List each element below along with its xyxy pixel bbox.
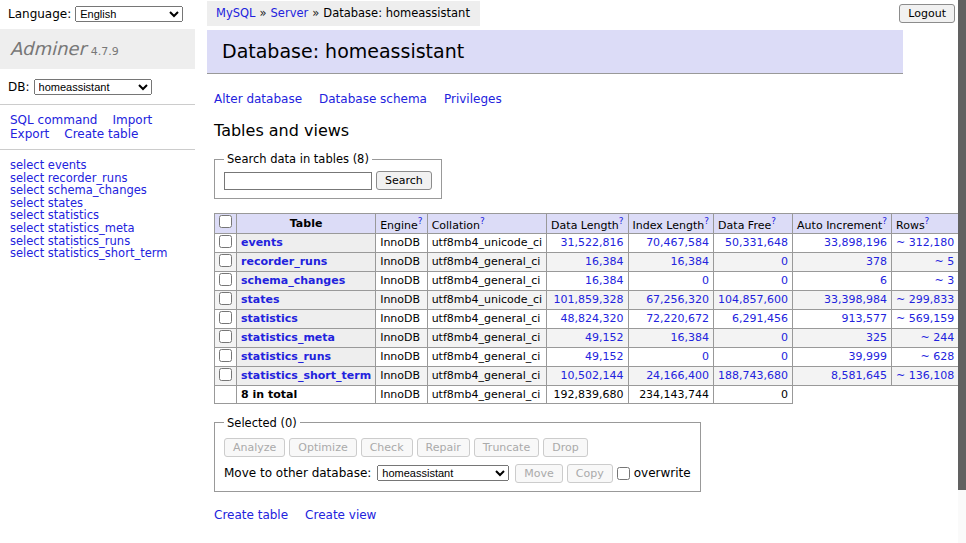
overwrite-checkbox[interactable] bbox=[617, 467, 630, 480]
table-link-statistics-short-term[interactable]: statistics_short_term bbox=[241, 369, 371, 382]
move-database-select[interactable]: homeassistant bbox=[377, 465, 509, 481]
search-button[interactable]: Search bbox=[376, 171, 432, 190]
data-free-link[interactable]: 50,331,648 bbox=[725, 236, 788, 249]
index-length-link[interactable]: 16,384 bbox=[671, 255, 710, 268]
db-link-alter-database[interactable]: Alter database bbox=[214, 92, 302, 106]
auto-increment-link[interactable]: 325 bbox=[866, 331, 887, 344]
optimize-button[interactable]: Optimize bbox=[289, 438, 356, 457]
row-checkbox[interactable] bbox=[219, 273, 232, 286]
sidebar-table-link-select-statistics-short-term[interactable]: select statistics_short_term bbox=[10, 247, 195, 260]
data-free-link[interactable]: 0 bbox=[781, 350, 788, 363]
rows-count-link[interactable]: ~ 299,833 bbox=[896, 293, 954, 306]
truncate-button[interactable]: Truncate bbox=[474, 438, 539, 457]
row-checkbox[interactable] bbox=[219, 368, 232, 381]
help-link[interactable]: ? bbox=[619, 216, 624, 226]
index-length-link[interactable]: 24,166,400 bbox=[646, 369, 709, 382]
rows-count-link[interactable]: ~ 244 bbox=[920, 331, 954, 344]
index-length-link[interactable]: 16,384 bbox=[671, 331, 710, 344]
breadcrumb-mysql-link[interactable]: MySQL bbox=[216, 6, 256, 20]
index-length-link[interactable]: 67,256,320 bbox=[646, 293, 709, 306]
search-input[interactable] bbox=[224, 172, 372, 190]
help-link[interactable]: ? bbox=[771, 216, 776, 226]
data-length-link[interactable]: 49,152 bbox=[585, 350, 624, 363]
rows-count-link[interactable]: ~ 312,180 bbox=[896, 236, 954, 249]
sidebar-table-link-select-schema-changes[interactable]: select schema_changes bbox=[10, 184, 195, 197]
collation-cell: utf8mb4_general_ci bbox=[427, 366, 546, 385]
rows-count-link[interactable]: ~ 5 bbox=[934, 255, 954, 268]
create-link-create-table[interactable]: Create table bbox=[214, 508, 288, 522]
auto-increment-link[interactable]: 6 bbox=[880, 274, 887, 287]
data-free-link[interactable]: 6,291,456 bbox=[732, 312, 788, 325]
help-link[interactable]: ? bbox=[882, 216, 887, 226]
data-free-link[interactable]: 104,857,600 bbox=[718, 293, 788, 306]
auto-increment-link[interactable]: 33,898,196 bbox=[824, 236, 887, 249]
auto-increment-link[interactable]: 378 bbox=[866, 255, 887, 268]
table-link-recorder-runs[interactable]: recorder_runs bbox=[241, 255, 327, 268]
help-superscript: ? bbox=[925, 215, 930, 226]
db-link-database-schema[interactable]: Database schema bbox=[319, 92, 427, 106]
sidebar-table-link-select-statistics-meta[interactable]: select statistics_meta bbox=[10, 222, 195, 235]
sidebar-action-create-table[interactable]: Create table bbox=[64, 127, 138, 141]
data-free-link[interactable]: 0 bbox=[781, 274, 788, 287]
repair-button[interactable]: Repair bbox=[417, 438, 470, 457]
table-link-statistics-meta[interactable]: statistics_meta bbox=[241, 331, 335, 344]
data-length-link[interactable]: 31,522,816 bbox=[561, 236, 624, 249]
db-select[interactable]: homeassistant bbox=[34, 79, 152, 95]
rows-count-link[interactable]: ~ 628 bbox=[920, 350, 954, 363]
data-length-link[interactable]: 49,152 bbox=[585, 331, 624, 344]
data-length-link[interactable]: 101,859,328 bbox=[554, 293, 624, 306]
help-link[interactable]: ? bbox=[480, 216, 485, 226]
copy-button[interactable]: Copy bbox=[567, 464, 613, 483]
row-checkbox[interactable] bbox=[219, 254, 232, 267]
table-link-schema-changes[interactable]: schema_changes bbox=[241, 274, 345, 287]
drop-button[interactable]: Drop bbox=[543, 438, 587, 457]
index-length-link[interactable]: 72,220,672 bbox=[646, 312, 709, 325]
table-link-statistics[interactable]: statistics bbox=[241, 312, 298, 325]
data-free-link[interactable]: 0 bbox=[781, 255, 788, 268]
index-length-link[interactable]: 0 bbox=[702, 350, 709, 363]
vertical-scrollbar[interactable] bbox=[958, 0, 966, 543]
row-checkbox[interactable] bbox=[219, 292, 232, 305]
data-free-cell: 104,857,600 bbox=[714, 290, 793, 309]
sidebar-action-sql-command[interactable]: SQL command bbox=[10, 113, 97, 127]
move-button[interactable]: Move bbox=[515, 464, 563, 483]
check-button[interactable]: Check bbox=[361, 438, 413, 457]
rows-count-link[interactable]: ~ 569,159 bbox=[896, 312, 954, 325]
row-checkbox[interactable] bbox=[219, 235, 232, 248]
data-length-link[interactable]: 16,384 bbox=[585, 255, 624, 268]
language-select[interactable]: English bbox=[75, 6, 183, 22]
rows-count-link[interactable]: ~ 3 bbox=[934, 274, 954, 287]
column-header-engine: Engine? bbox=[376, 214, 427, 234]
create-link-create-view[interactable]: Create view bbox=[305, 508, 376, 522]
row-checkbox[interactable] bbox=[219, 311, 232, 324]
auto-increment-link[interactable]: 39,999 bbox=[849, 350, 888, 363]
auto-increment-link[interactable]: 8,581,645 bbox=[831, 369, 887, 382]
data-free-link[interactable]: 0 bbox=[781, 331, 788, 344]
table-link-states[interactable]: states bbox=[241, 293, 280, 306]
table-link-statistics-runs[interactable]: statistics_runs bbox=[241, 350, 331, 363]
sidebar-table-link-select-events[interactable]: select events bbox=[10, 159, 195, 172]
rows-count-link[interactable]: ~ 136,108 bbox=[896, 369, 954, 382]
analyze-button[interactable]: Analyze bbox=[224, 438, 285, 457]
row-checkbox[interactable] bbox=[219, 330, 232, 343]
row-checkbox[interactable] bbox=[219, 349, 232, 362]
sidebar-action-import[interactable]: Import bbox=[112, 113, 152, 127]
table-link-events[interactable]: events bbox=[241, 236, 283, 249]
auto-increment-link[interactable]: 33,398,984 bbox=[824, 293, 887, 306]
data-length-link[interactable]: 10,502,144 bbox=[561, 369, 624, 382]
db-link-privileges[interactable]: Privileges bbox=[444, 92, 502, 106]
scrollbar-thumb[interactable] bbox=[958, 0, 966, 490]
index-length-link[interactable]: 0 bbox=[702, 274, 709, 287]
help-link[interactable]: ? bbox=[418, 216, 423, 226]
select-all-checkbox[interactable] bbox=[219, 215, 232, 228]
auto-increment-link[interactable]: 913,577 bbox=[842, 312, 888, 325]
help-link[interactable]: ? bbox=[925, 216, 930, 226]
breadcrumb-server-link[interactable]: Server bbox=[271, 6, 309, 20]
language-row: Language:English bbox=[0, 0, 195, 29]
data-length-link[interactable]: 48,824,320 bbox=[561, 312, 624, 325]
help-link[interactable]: ? bbox=[704, 216, 709, 226]
data-length-link[interactable]: 16,384 bbox=[585, 274, 624, 287]
sidebar-action-export[interactable]: Export bbox=[10, 127, 49, 141]
index-length-link[interactable]: 70,467,584 bbox=[646, 236, 709, 249]
data-free-link[interactable]: 188,743,680 bbox=[718, 369, 788, 382]
